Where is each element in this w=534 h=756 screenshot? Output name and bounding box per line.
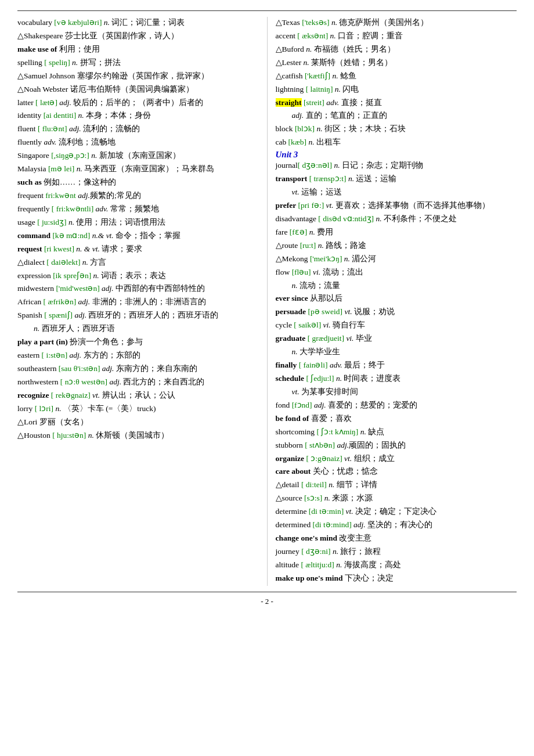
list-item: △detail [ di:teil] n. 细节；详情	[276, 479, 517, 491]
list-item: accent [ æksənt] n. 口音；腔调；重音	[276, 30, 517, 42]
list-item: ever since 从那以后	[276, 293, 517, 305]
bottom-divider	[17, 592, 517, 592]
list-item: transport [ trænspɔ:t] n. 运送；运输	[276, 173, 517, 185]
list-item: persuade [pə sweid] vt. 说服；劝说	[276, 306, 517, 318]
list-item: altitude [ æltitju:d] n. 海拔高度；高处	[276, 559, 517, 571]
list-item: △catfish ['kætfiʃ] n. 鲶鱼	[276, 70, 517, 82]
right-column: △Texas ['teksəs] n. 德克萨斯州（美国州名）accent [ …	[267, 17, 517, 586]
list-item: n. 流动；流量	[276, 280, 517, 292]
list-item: Spanish [ spæniʃ] adj. 西班牙的；西班牙人的；西班牙语的	[17, 309, 259, 322]
list-item: disadvantage [ disəd vɑ:ntidʒ] n. 不利条件；不…	[276, 213, 517, 225]
list-item: vt. 运输；运送	[276, 186, 517, 199]
list-item: straight [streit] adv. 直接；挺直	[276, 97, 517, 109]
list-item: Singapore [,siŋgə,pɔ:] n. 新加坡（东南亚国家）	[17, 150, 259, 162]
list-item: △Houston [ hju:stən] n. 休斯顿（美国城市）	[17, 430, 259, 442]
list-item: △route [ru:t] n. 路线；路途	[276, 240, 517, 252]
list-item: spelling [ speliŋ] n. 拼写；拼法	[17, 57, 259, 69]
list-item: such as 例如……；像这种的	[17, 177, 259, 189]
list-item: △Lester n. 莱斯特（姓错；男名）	[276, 57, 517, 69]
list-item: stubborn [ stʌbən] adj.顽固的；固执的	[276, 440, 517, 452]
list-item: fare [fɛə] n. 费用	[276, 226, 517, 239]
list-item: vt. 为某事安排时间	[276, 386, 517, 398]
list-item: fluently adv. 流利地；流畅地	[17, 136, 259, 149]
list-item: cycle [ saikəl] vi. 骑自行车	[276, 319, 517, 332]
list-item: midwestern ['mid'westən] adj. 中西部的有中西部特性…	[17, 283, 259, 295]
page-number: - 2 -	[17, 597, 517, 606]
list-item: command [kə mɑ:nd] n.& vt. 命令；指令；掌握	[17, 230, 259, 242]
list-item: △Samuel Johnson 塞缪尔·约翰逊（英国作家，批评家）	[17, 70, 259, 82]
list-item: fluent [ flu:ənt] adj. 流利的；流畅的	[17, 123, 259, 135]
list-item: usage [ ju:sidʒ] n. 使用；用法；词语惯用法	[17, 217, 259, 229]
list-item: Malaysia [mə lei] n. 马来西亚（东南亚国家）；马来群岛	[17, 163, 259, 175]
list-item: southeastern [sau θ'i:stən] adj. 东南方的；来自…	[17, 363, 259, 375]
list-item: African [ æfrikən] adj. 非洲的；非洲人的；非洲语言的	[17, 296, 259, 308]
left-column: vocabulary [və kæbjuləri] n. 词汇；词汇量；词表△S…	[17, 17, 267, 586]
list-item: finally [ fainəli] adv. 最后；终于	[276, 359, 517, 372]
list-item: play a part (in) 扮演一个角色；参与	[17, 336, 259, 348]
list-item: lorry [ lɔri] n. 〈英〉卡车 (=〈美〉truck)	[17, 403, 259, 415]
list-item: flow [fləu] vi. 流动；流出	[276, 267, 517, 279]
list-item: eastern [ i:stən] adj. 东方的；东部的	[17, 350, 259, 362]
list-item: n. 大学毕业生	[276, 346, 517, 358]
list-item: △Texas ['teksəs] n. 德克萨斯州（美国州名）	[276, 17, 517, 29]
list-item: care about 关心；忧虑；惦念	[276, 466, 517, 478]
list-item: determined [di tə:mind] adj. 坚决的；有决心的	[276, 519, 517, 531]
list-item: organize [ ɔ:gənaiz] vt. 组织；成立	[276, 453, 517, 465]
main-columns: vocabulary [və kæbjuləri] n. 词汇；词汇量；词表△S…	[17, 17, 517, 586]
list-item: schedule [ ʃedju:l] n. 时间表；进度表	[276, 373, 517, 385]
list-item: adj. 直的；笔直的；正直的	[276, 110, 517, 122]
list-item: n. 西班牙人；西班牙语	[17, 323, 259, 335]
list-item: northwestern [ nɔ:θ westən] adj. 西北方的；来自…	[17, 376, 259, 388]
list-item: make up one's mind 下决心；决定	[276, 573, 517, 585]
list-item: frequent fri:kwənt adj.频繁的;常见的	[17, 190, 259, 202]
list-item: journal[ dʒə:nəl] n. 日记；杂志；定期刊物	[276, 160, 517, 172]
list-item: △Lori 罗丽（女名）	[17, 416, 259, 429]
list-item: change one's mind 改变主意	[276, 532, 517, 545]
list-item: expression [ik spreʃən] n. 词语；表示；表达	[17, 270, 259, 282]
list-item: shortcoming [ ʃɔ:t kʌmiŋ] n. 缺点	[276, 426, 517, 438]
top-divider	[17, 10, 517, 11]
list-item: △dialect [ daiəlekt] n. 方言	[17, 257, 259, 269]
list-item: prefer [pri fə:] vt. 更喜欢；选择某事物（而不选择其他事物）	[276, 200, 517, 212]
list-item: graduate [ grædjueit] vi. 毕业	[276, 333, 517, 345]
list-item: journey [ dʒə:ni] n. 旅行；旅程	[276, 546, 517, 558]
list-item: cab [kæb] n. 出租车	[276, 136, 517, 149]
list-item: block [blɔk] n. 街区；块；木块；石块	[276, 123, 517, 135]
list-item: request [ri kwest] n. & vt. 请求；要求	[17, 243, 259, 255]
list-item: latter [ lætə] adj. 较后的；后半的；（两者中）后者的	[17, 97, 259, 109]
list-item: △source [sɔ:s] n. 来源；水源	[276, 492, 517, 505]
list-item: frequently [ fri:kwəntli] adv. 常常；频繁地	[17, 203, 259, 215]
list-item: lightning [ laitniŋ] n. 闪电	[276, 84, 517, 96]
list-item: vocabulary [və kæbjuləri] n. 词汇；词汇量；词表	[17, 17, 259, 29]
unit-heading: Unit 3	[276, 150, 517, 160]
list-item: recognize [ rekəgnaiz] vt. 辨认出；承认；公认	[17, 390, 259, 402]
list-item: identity [ai dentiti] n. 本身；本体；身份	[17, 110, 259, 122]
list-item: determine [di tə:min] vt. 决定；确定；下定决心	[276, 506, 517, 518]
list-item: △Buford n. 布福德（姓氏；男名）	[276, 44, 517, 56]
list-item: △Noah Webster 诺厄·韦伯斯特（美国词典编纂家）	[17, 84, 259, 96]
list-item: △Shakespeare 莎士比亚（英国剧作家，诗人）	[17, 30, 259, 42]
list-item: make use of 利用；使用	[17, 44, 259, 56]
list-item: fond [fɔnd] adj. 喜爱的；慈爱的；宠爱的	[276, 399, 517, 412]
page-container: vocabulary [və kæbjuləri] n. 词汇；词汇量；词表△S…	[17, 10, 517, 606]
list-item: △Mekong ['mei'kɔŋ] n. 湄公河	[276, 253, 517, 265]
list-item: be fond of 喜爱；喜欢	[276, 413, 517, 425]
